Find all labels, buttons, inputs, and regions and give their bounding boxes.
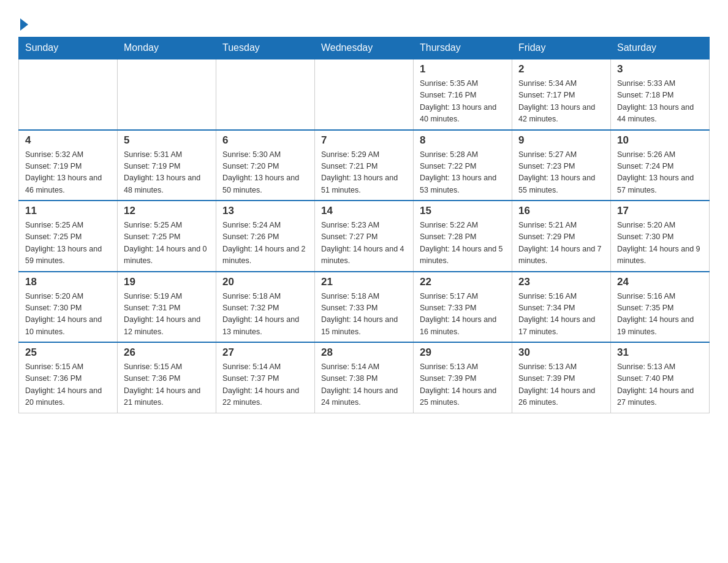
day-number: 8: [420, 134, 506, 147]
calendar-week-row: 25Sunrise: 5:15 AMSunset: 7:36 PMDayligh…: [19, 342, 710, 413]
calendar-week-row: 1Sunrise: 5:35 AMSunset: 7:16 PMDaylight…: [19, 59, 710, 130]
day-number: 4: [25, 134, 111, 147]
day-number: 13: [222, 205, 308, 217]
calendar-header-friday: Friday: [512, 37, 611, 59]
day-number: 9: [518, 134, 604, 147]
day-info: Sunrise: 5:16 AMSunset: 7:34 PMDaylight:…: [518, 291, 604, 339]
day-number: 31: [617, 347, 703, 359]
day-info: Sunrise: 5:25 AMSunset: 7:25 PMDaylight:…: [124, 220, 210, 267]
day-info: Sunrise: 5:14 AMSunset: 7:38 PMDaylight:…: [321, 361, 407, 409]
calendar-cell: 10Sunrise: 5:26 AMSunset: 7:24 PMDayligh…: [611, 130, 710, 201]
day-number: 12: [124, 205, 210, 217]
calendar-cell: 29Sunrise: 5:13 AMSunset: 7:39 PMDayligh…: [414, 342, 512, 413]
calendar-cell: 21Sunrise: 5:18 AMSunset: 7:33 PMDayligh…: [315, 272, 414, 343]
day-info: Sunrise: 5:26 AMSunset: 7:24 PMDaylight:…: [617, 149, 703, 197]
day-number: 11: [25, 205, 111, 217]
day-number: 29: [420, 347, 506, 359]
day-number: 24: [617, 276, 703, 288]
calendar-cell: 23Sunrise: 5:16 AMSunset: 7:34 PMDayligh…: [512, 272, 611, 343]
day-info: Sunrise: 5:18 AMSunset: 7:32 PMDaylight:…: [222, 291, 308, 339]
day-number: 6: [222, 134, 308, 147]
day-info: Sunrise: 5:27 AMSunset: 7:23 PMDaylight:…: [518, 149, 604, 197]
day-info: Sunrise: 5:32 AMSunset: 7:19 PMDaylight:…: [25, 149, 111, 197]
day-number: 19: [124, 276, 210, 288]
calendar-cell: 9Sunrise: 5:27 AMSunset: 7:23 PMDaylight…: [512, 130, 611, 201]
calendar-header-sunday: Sunday: [19, 37, 118, 59]
day-info: Sunrise: 5:13 AMSunset: 7:39 PMDaylight:…: [518, 361, 604, 409]
day-info: Sunrise: 5:13 AMSunset: 7:39 PMDaylight:…: [420, 361, 506, 409]
day-info: Sunrise: 5:30 AMSunset: 7:20 PMDaylight:…: [222, 149, 308, 197]
calendar-cell: 1Sunrise: 5:35 AMSunset: 7:16 PMDaylight…: [414, 59, 512, 130]
calendar-header-tuesday: Tuesday: [216, 37, 315, 59]
day-number: 28: [321, 347, 407, 359]
calendar-cell: 6Sunrise: 5:30 AMSunset: 7:20 PMDaylight…: [216, 130, 315, 201]
calendar-cell: [315, 59, 414, 130]
day-number: 3: [617, 63, 703, 75]
day-number: 22: [420, 276, 506, 288]
calendar-cell: 7Sunrise: 5:29 AMSunset: 7:21 PMDaylight…: [315, 130, 414, 201]
calendar-week-row: 11Sunrise: 5:25 AMSunset: 7:25 PMDayligh…: [19, 201, 710, 272]
day-number: 17: [617, 205, 703, 217]
day-number: 2: [518, 63, 604, 75]
calendar-cell: 31Sunrise: 5:13 AMSunset: 7:40 PMDayligh…: [611, 342, 710, 413]
day-info: Sunrise: 5:22 AMSunset: 7:28 PMDaylight:…: [420, 220, 506, 267]
header: [18, 12, 710, 31]
day-info: Sunrise: 5:20 AMSunset: 7:30 PMDaylight:…: [25, 291, 111, 339]
day-info: Sunrise: 5:23 AMSunset: 7:27 PMDaylight:…: [321, 220, 407, 267]
day-info: Sunrise: 5:31 AMSunset: 7:19 PMDaylight:…: [124, 149, 210, 197]
calendar-header-saturday: Saturday: [611, 37, 710, 59]
day-number: 10: [617, 134, 703, 147]
calendar-week-row: 18Sunrise: 5:20 AMSunset: 7:30 PMDayligh…: [19, 272, 710, 343]
logo: [18, 18, 28, 31]
calendar-cell: 15Sunrise: 5:22 AMSunset: 7:28 PMDayligh…: [414, 201, 512, 272]
day-number: 21: [321, 276, 407, 288]
day-info: Sunrise: 5:25 AMSunset: 7:25 PMDaylight:…: [25, 220, 111, 267]
calendar-cell: 19Sunrise: 5:19 AMSunset: 7:31 PMDayligh…: [118, 272, 216, 343]
calendar-cell: 27Sunrise: 5:14 AMSunset: 7:37 PMDayligh…: [216, 342, 315, 413]
calendar-cell: 17Sunrise: 5:20 AMSunset: 7:30 PMDayligh…: [611, 201, 710, 272]
calendar-cell: [216, 59, 315, 130]
day-info: Sunrise: 5:33 AMSunset: 7:18 PMDaylight:…: [617, 78, 703, 126]
logo-triangle-icon: [20, 18, 28, 31]
day-number: 15: [420, 205, 506, 217]
calendar-cell: 8Sunrise: 5:28 AMSunset: 7:22 PMDaylight…: [414, 130, 512, 201]
day-info: Sunrise: 5:35 AMSunset: 7:16 PMDaylight:…: [420, 78, 506, 126]
day-number: 18: [25, 276, 111, 288]
calendar-cell: 14Sunrise: 5:23 AMSunset: 7:27 PMDayligh…: [315, 201, 414, 272]
calendar-cell: 5Sunrise: 5:31 AMSunset: 7:19 PMDaylight…: [118, 130, 216, 201]
calendar-cell: 28Sunrise: 5:14 AMSunset: 7:38 PMDayligh…: [315, 342, 414, 413]
calendar-cell: 18Sunrise: 5:20 AMSunset: 7:30 PMDayligh…: [19, 272, 118, 343]
day-number: 30: [518, 347, 604, 359]
day-number: 23: [518, 276, 604, 288]
calendar-header-wednesday: Wednesday: [315, 37, 414, 59]
day-info: Sunrise: 5:13 AMSunset: 7:40 PMDaylight:…: [617, 361, 703, 409]
day-number: 7: [321, 134, 407, 147]
calendar-cell: 16Sunrise: 5:21 AMSunset: 7:29 PMDayligh…: [512, 201, 611, 272]
day-number: 26: [124, 347, 210, 359]
day-number: 25: [25, 347, 111, 359]
calendar-cell: 11Sunrise: 5:25 AMSunset: 7:25 PMDayligh…: [19, 201, 118, 272]
calendar-cell: 22Sunrise: 5:17 AMSunset: 7:33 PMDayligh…: [414, 272, 512, 343]
calendar-cell: 4Sunrise: 5:32 AMSunset: 7:19 PMDaylight…: [19, 130, 118, 201]
calendar-week-row: 4Sunrise: 5:32 AMSunset: 7:19 PMDaylight…: [19, 130, 710, 201]
day-info: Sunrise: 5:19 AMSunset: 7:31 PMDaylight:…: [124, 291, 210, 339]
calendar-cell: 25Sunrise: 5:15 AMSunset: 7:36 PMDayligh…: [19, 342, 118, 413]
calendar-header-row: SundayMondayTuesdayWednesdayThursdayFrid…: [19, 37, 710, 59]
day-number: 1: [420, 63, 506, 75]
day-info: Sunrise: 5:29 AMSunset: 7:21 PMDaylight:…: [321, 149, 407, 197]
day-info: Sunrise: 5:14 AMSunset: 7:37 PMDaylight:…: [222, 361, 308, 409]
day-info: Sunrise: 5:21 AMSunset: 7:29 PMDaylight:…: [518, 220, 604, 267]
calendar-cell: 26Sunrise: 5:15 AMSunset: 7:36 PMDayligh…: [118, 342, 216, 413]
day-number: 20: [222, 276, 308, 288]
day-info: Sunrise: 5:20 AMSunset: 7:30 PMDaylight:…: [617, 220, 703, 267]
calendar-cell: 20Sunrise: 5:18 AMSunset: 7:32 PMDayligh…: [216, 272, 315, 343]
day-info: Sunrise: 5:15 AMSunset: 7:36 PMDaylight:…: [25, 361, 111, 409]
day-info: Sunrise: 5:17 AMSunset: 7:33 PMDaylight:…: [420, 291, 506, 339]
calendar-cell: 3Sunrise: 5:33 AMSunset: 7:18 PMDaylight…: [611, 59, 710, 130]
calendar-cell: 12Sunrise: 5:25 AMSunset: 7:25 PMDayligh…: [118, 201, 216, 272]
day-info: Sunrise: 5:18 AMSunset: 7:33 PMDaylight:…: [321, 291, 407, 339]
day-number: 27: [222, 347, 308, 359]
day-number: 16: [518, 205, 604, 217]
calendar-table: SundayMondayTuesdayWednesdayThursdayFrid…: [18, 37, 710, 413]
day-info: Sunrise: 5:16 AMSunset: 7:35 PMDaylight:…: [617, 291, 703, 339]
